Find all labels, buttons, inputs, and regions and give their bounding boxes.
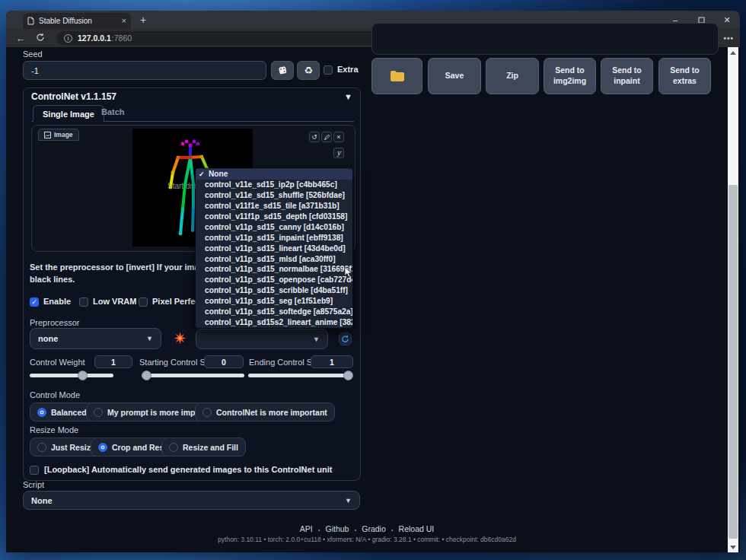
more-menu-icon[interactable]: ••• bbox=[723, 34, 734, 43]
dropdown-option[interactable]: control_v11p_sd15s2_lineart_anime [3825e… bbox=[196, 317, 352, 327]
radio-icon bbox=[202, 408, 212, 417]
page-favicon-icon bbox=[27, 17, 34, 25]
bullet-separator: • bbox=[318, 527, 320, 533]
chevron-down-icon: ▼ bbox=[146, 335, 153, 342]
tab-single-image[interactable]: Single Image bbox=[33, 105, 104, 122]
controlnet-panel: ControlNet v1.1.157 ▼ Single Image Batch… bbox=[23, 88, 361, 481]
enable-label: Enable bbox=[43, 297, 71, 306]
tab-close-icon[interactable]: × bbox=[122, 17, 126, 25]
control-weight-slider[interactable] bbox=[30, 374, 113, 377]
dropdown-option[interactable]: control_v11f1p_sd15_depth [cfd03158] bbox=[196, 212, 352, 222]
scrollbar-thumb[interactable] bbox=[728, 185, 738, 539]
image-badge: Image bbox=[38, 129, 79, 141]
save-button[interactable]: Save bbox=[428, 58, 481, 94]
radio-icon bbox=[169, 443, 178, 452]
collapse-caret-icon[interactable]: ▼ bbox=[344, 92, 352, 101]
control-weight-input[interactable]: 1 bbox=[94, 355, 132, 368]
lowvram-checkbox[interactable] bbox=[79, 298, 88, 307]
random-seed-button[interactable] bbox=[271, 61, 294, 80]
footer-link[interactable]: Reload UI bbox=[399, 524, 435, 533]
reuse-seed-button[interactable]: ♻ bbox=[297, 61, 320, 80]
dropdown-option[interactable]: control_v11p_sd15_softedge [a8575a2a] bbox=[196, 307, 352, 317]
dropdown-option[interactable]: control_v11p_sd15_canny [d14c016b] bbox=[196, 221, 352, 232]
dropdown-option[interactable]: control_v11p_sd15_mlsd [aca30ff0] bbox=[196, 253, 352, 264]
pencil-icon bbox=[324, 134, 330, 141]
browser-window: Stable Diffusion × + – ✕ ← i 127.0.0.1 :… bbox=[6, 11, 740, 552]
start-step-input[interactable]: 0 bbox=[204, 355, 244, 368]
model-select[interactable]: ▼ bbox=[196, 329, 328, 349]
dropdown-option[interactable]: control_v11p_sd15_openpose [cab727d4] bbox=[196, 275, 352, 285]
sketch-button[interactable] bbox=[321, 132, 332, 142]
footer-link[interactable]: Github bbox=[325, 524, 349, 533]
end-step-input[interactable]: 1 bbox=[311, 355, 353, 368]
check-icon: ✓ bbox=[199, 170, 209, 178]
scroll-down-icon[interactable] bbox=[728, 542, 738, 552]
dropdown-option[interactable]: control_v11p_sd15_lineart [43d4be0d] bbox=[196, 243, 352, 253]
script-label: Script bbox=[23, 480, 44, 489]
bullet-separator: • bbox=[391, 527, 394, 533]
resize-mode-label: Resize Mode bbox=[30, 425, 78, 434]
send-to-inpaint-button[interactable]: Send to inpaint bbox=[601, 58, 653, 94]
slider-thumb[interactable] bbox=[142, 371, 151, 380]
edit-tool-icon: y bbox=[336, 149, 340, 157]
dropdown-option[interactable]: control_v11p_sd15_inpaint [ebff9138] bbox=[196, 232, 352, 243]
preprocessor-select[interactable]: none ▼ bbox=[30, 328, 161, 349]
folder-icon bbox=[390, 70, 405, 82]
lowvram-label: Low VRAM bbox=[93, 297, 136, 306]
start-step-slider[interactable] bbox=[142, 374, 244, 377]
dropdown-option[interactable]: ✓None bbox=[196, 169, 352, 180]
zip-button[interactable]: Zip bbox=[486, 58, 539, 94]
recycle-icon: ♻ bbox=[304, 65, 313, 76]
preprocessor-note-line2: black lines. bbox=[30, 275, 75, 284]
preprocessor-label: Preprocessor bbox=[30, 318, 79, 327]
resize-and-fill[interactable]: Resize and Fill bbox=[161, 438, 246, 457]
control-mode-balanced[interactable]: Balanced bbox=[30, 402, 94, 422]
open-folder-button[interactable] bbox=[371, 58, 422, 94]
dropdown-option[interactable]: control_v11e_sd15_ip2p [c4bb465c] bbox=[196, 180, 352, 190]
extra-checkbox[interactable] bbox=[324, 65, 333, 75]
run-preprocessor-button[interactable] bbox=[174, 332, 186, 348]
chevron-down-icon: ▼ bbox=[345, 497, 352, 504]
browser-tab[interactable]: Stable Diffusion × bbox=[23, 13, 131, 29]
clear-image-button[interactable]: × bbox=[333, 132, 344, 142]
slider-thumb[interactable] bbox=[78, 371, 88, 380]
dropdown-option[interactable]: control_v11p_sd15_normalbae [316696f1] bbox=[196, 264, 352, 275]
seed-input[interactable]: -1 bbox=[23, 61, 266, 80]
footer-link[interactable]: API bbox=[300, 524, 313, 533]
send-to-extras-button[interactable]: Send to extras bbox=[658, 58, 711, 94]
undo-button[interactable]: ↺ bbox=[309, 132, 320, 142]
end-step-slider[interactable] bbox=[248, 374, 352, 377]
enable-checkbox[interactable]: ✓ bbox=[30, 298, 39, 307]
footer-links: API•Github•Gradio•Reload UI bbox=[6, 524, 728, 533]
tab-batch[interactable]: Batch bbox=[101, 107, 125, 116]
refresh-blue-icon bbox=[341, 335, 349, 343]
tab-title: Stable Diffusion bbox=[39, 17, 117, 25]
refresh-icon[interactable] bbox=[30, 33, 50, 44]
footer-link[interactable]: Gradio bbox=[362, 524, 386, 533]
control-mode-controlnet[interactable]: ControlNet is more important bbox=[195, 402, 335, 422]
script-select[interactable]: None ▼ bbox=[23, 491, 360, 510]
pixel-perfect-checkbox[interactable] bbox=[139, 298, 148, 307]
back-icon[interactable]: ← bbox=[11, 33, 30, 44]
gallery-box-bottom bbox=[371, 23, 719, 55]
radio-icon bbox=[37, 443, 46, 452]
slider-thumb[interactable] bbox=[343, 371, 353, 380]
send-to-img2img-button[interactable]: Send to img2img bbox=[544, 58, 596, 94]
radio-selected-icon bbox=[37, 408, 46, 417]
controlnet-title[interactable]: ControlNet v1.1.157 bbox=[31, 91, 116, 102]
scroll-up-icon[interactable] bbox=[728, 47, 738, 58]
radio-icon bbox=[94, 408, 103, 417]
dropdown-option[interactable]: control_v11e_sd15_shuffle [526bfdae] bbox=[196, 190, 352, 201]
webui-page: Seed -1 ♻ Extra ControlNet v1.1.157 ▼ Si… bbox=[6, 47, 740, 552]
dropdown-option[interactable]: control_v11p_sd15_seg [e1f51eb9] bbox=[196, 296, 352, 307]
site-info-icon[interactable]: i bbox=[64, 34, 72, 43]
new-tab-icon[interactable]: + bbox=[140, 14, 146, 26]
page-scrollbar[interactable] bbox=[728, 47, 738, 552]
dropdown-option[interactable]: control_v11p_sd15_scribble [d4ba51ff] bbox=[196, 285, 352, 296]
script-value: None bbox=[31, 496, 53, 505]
refresh-models-button[interactable] bbox=[339, 332, 352, 345]
loopback-checkbox[interactable] bbox=[30, 466, 39, 475]
control-weight-label: Control Weight bbox=[30, 358, 85, 367]
dropdown-option[interactable]: control_v11f1e_sd15_tile [a371b31b] bbox=[196, 201, 352, 212]
edit-tool-button[interactable]: y bbox=[333, 148, 344, 158]
